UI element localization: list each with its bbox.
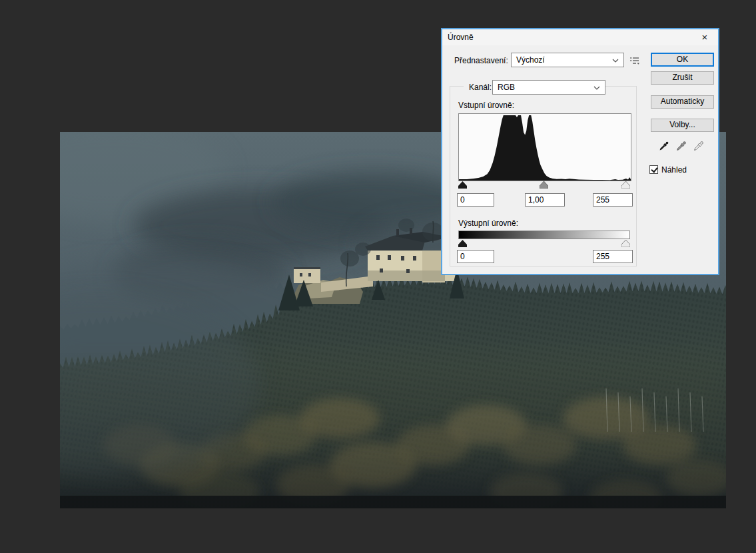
dialog-titlebar[interactable]: Úrovně × — [442, 29, 718, 45]
white-point-eyedropper-icon[interactable] — [693, 141, 703, 152]
input-levels-label: Vstupní úrovně: — [458, 101, 514, 110]
output-slider-track — [458, 240, 630, 248]
close-icon[interactable]: × — [698, 31, 711, 44]
input-gamma-slider[interactable] — [540, 181, 548, 189]
output-gradient-bar — [458, 231, 630, 239]
input-gamma-field[interactable] — [525, 193, 565, 207]
desktop-background: Úrovně × Přednastavení: Výchozí OK Zruši… — [0, 0, 756, 553]
preset-label: Přednastavení: — [454, 56, 508, 65]
preview-label: Náhled — [661, 165, 687, 175]
input-white-slider[interactable] — [621, 181, 630, 189]
options-button[interactable]: Volby... — [651, 119, 714, 132]
histogram-panel — [458, 113, 631, 181]
preset-value: Výchozí — [516, 55, 545, 65]
input-black-field[interactable] — [457, 193, 494, 207]
ok-button[interactable]: OK — [651, 53, 714, 67]
preset-dropdown[interactable]: Výchozí — [511, 53, 624, 67]
channel-label: Kanál: — [464, 83, 493, 92]
eyedropper-toolbar — [658, 141, 711, 153]
input-slider-track — [458, 181, 630, 189]
output-levels-label: Výstupní úrovně: — [458, 219, 518, 228]
levels-dialog: Úrovně × Přednastavení: Výchozí OK Zruši… — [441, 28, 719, 275]
cancel-button[interactable]: Zrušit — [651, 71, 714, 85]
input-white-field[interactable] — [593, 193, 633, 207]
channel-dropdown[interactable]: RGB — [492, 80, 605, 95]
checkmark-icon — [651, 166, 657, 173]
channel-value: RGB — [498, 83, 515, 92]
histogram-chart — [459, 114, 631, 181]
auto-button[interactable]: Automaticky — [651, 95, 714, 109]
gray-point-eyedropper-icon[interactable] — [675, 141, 686, 152]
input-black-slider[interactable] — [458, 181, 467, 189]
black-point-eyedropper-icon[interactable] — [658, 141, 669, 152]
output-white-slider[interactable] — [621, 240, 630, 247]
preview-checkbox[interactable] — [649, 165, 658, 174]
chevron-down-icon — [612, 59, 619, 63]
chevron-down-icon — [593, 86, 600, 90]
dialog-title: Úrovně — [448, 33, 474, 42]
output-black-slider[interactable] — [458, 240, 467, 247]
output-black-field[interactable] — [457, 250, 494, 263]
preset-menu-icon[interactable] — [629, 56, 640, 65]
output-white-field[interactable] — [593, 250, 633, 263]
